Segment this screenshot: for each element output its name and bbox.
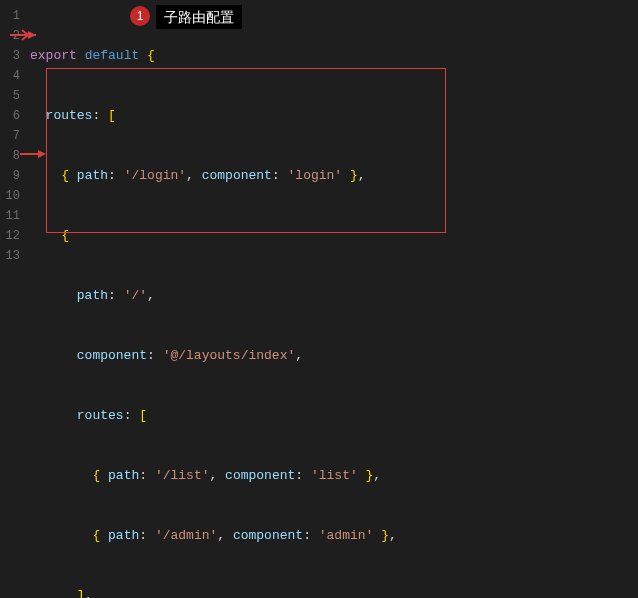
arrow-icon <box>20 147 46 159</box>
prop-component: component <box>233 528 303 543</box>
comma: , <box>373 468 381 483</box>
prop-component: component <box>225 468 295 483</box>
bracket: [ <box>139 408 147 423</box>
code-block-top: 1 2 3 4 5 6 7 8 9 10 11 12 13 export def… <box>0 0 638 598</box>
line-num: 12 <box>0 226 24 246</box>
str: 'admin' <box>319 528 374 543</box>
str: '@/layouts/index' <box>163 348 296 363</box>
prop-path: path <box>108 528 139 543</box>
comma: , <box>85 588 93 598</box>
line-num: 4 <box>0 66 24 86</box>
colon: : <box>92 108 100 123</box>
prop-routes: routes <box>77 408 124 423</box>
bracket: [ <box>108 108 116 123</box>
brace: { <box>61 168 69 183</box>
prop-routes: routes <box>46 108 93 123</box>
str: '/login' <box>124 168 186 183</box>
str: '/admin' <box>155 528 217 543</box>
brace: { <box>92 528 100 543</box>
kw-export: export <box>30 48 77 63</box>
prop-path: path <box>77 168 108 183</box>
str: 'login' <box>288 168 343 183</box>
comma: , <box>389 528 397 543</box>
brace: } <box>381 528 389 543</box>
line-num: 6 <box>0 106 24 126</box>
line-num: 7 <box>0 126 24 146</box>
brace: { <box>147 48 155 63</box>
line-num: 13 <box>0 246 24 266</box>
line-num: 10 <box>0 186 24 206</box>
code-content-1: export default { routes: [ { path: '/log… <box>30 6 638 598</box>
line-num: 5 <box>0 86 24 106</box>
kw-default: default <box>85 48 140 63</box>
str: 'list' <box>311 468 358 483</box>
svg-marker-1 <box>38 150 46 158</box>
prop-path: path <box>77 288 108 303</box>
line-num: 1 <box>0 6 24 26</box>
brace: } <box>350 168 358 183</box>
svg-marker-0 <box>28 31 36 39</box>
line-num: 11 <box>0 206 24 226</box>
brace: { <box>61 228 69 243</box>
str: '/' <box>124 288 147 303</box>
annotation-badge-1: 1 <box>130 6 150 26</box>
arrow-icon <box>10 28 36 40</box>
str: '/list' <box>155 468 210 483</box>
annotation-label-1: 子路由配置 <box>156 5 242 29</box>
comma: , <box>358 168 366 183</box>
line-number-gutter: 1 2 3 4 5 6 7 8 9 10 11 12 13 <box>0 6 24 266</box>
prop-component: component <box>77 348 147 363</box>
prop-component: component <box>202 168 272 183</box>
prop-path: path <box>108 468 139 483</box>
brace: { <box>92 468 100 483</box>
line-num: 9 <box>0 166 24 186</box>
line-num: 3 <box>0 46 24 66</box>
bracket: ] <box>77 588 85 598</box>
